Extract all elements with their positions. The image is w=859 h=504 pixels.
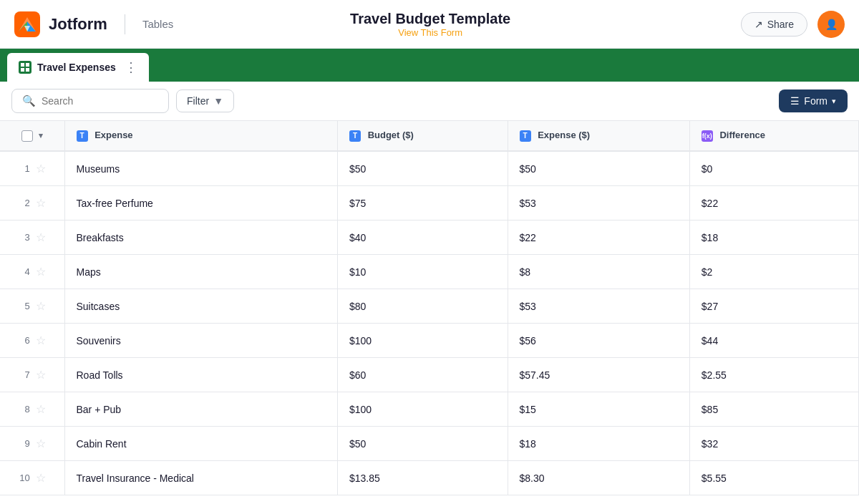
- row-expense-amt-cell: $18: [508, 427, 689, 461]
- row-expense-amt-value: $57.45: [520, 369, 550, 381]
- row-expense-cell: Tax-free Perfume: [64, 186, 338, 220]
- row-number: 6: [19, 335, 30, 346]
- row-star-icon[interactable]: ☆: [36, 196, 46, 210]
- row-budget-cell: $50: [338, 427, 508, 461]
- row-star-icon[interactable]: ☆: [36, 265, 46, 278]
- search-input[interactable]: [42, 95, 158, 107]
- difference-col-type-icon: f(x): [702, 130, 713, 142]
- row-expense-cell: Maps: [64, 255, 338, 289]
- share-label: Share: [767, 19, 794, 30]
- data-table-container: ▾ T Expense T Budget ($) T Expense ($) f…: [0, 121, 859, 495]
- row-star-icon[interactable]: ☆: [36, 437, 46, 450]
- share-button[interactable]: ↗ Share: [741, 12, 807, 37]
- row-number: 4: [19, 266, 30, 277]
- row-budget-cell: $75: [338, 186, 508, 220]
- row-expense-amt-cell: $50: [508, 151, 689, 186]
- row-budget-cell: $100: [338, 324, 508, 358]
- row-budget-cell: $100: [338, 392, 508, 427]
- row-difference-cell: $32: [689, 427, 858, 461]
- row-expense-amt-cell: $53: [508, 186, 689, 220]
- row-expense-cell: Suitcases: [64, 289, 338, 324]
- row-expense-amt-value: $50: [520, 163, 536, 175]
- row-expense-value: Maps: [77, 266, 101, 278]
- row-expense-amt-value: $56: [520, 335, 536, 346]
- row-number: 7: [19, 369, 30, 380]
- row-expense-value: Breakfasts: [77, 232, 124, 243]
- row-expense-value: Travel Insurance - Medical: [77, 472, 194, 484]
- row-meta-cell: 5 ☆: [0, 289, 64, 324]
- row-budget-value: $50: [349, 163, 366, 175]
- row-star-icon[interactable]: ☆: [36, 471, 46, 485]
- svg-rect-8: [21, 68, 24, 72]
- row-star-icon[interactable]: ☆: [36, 231, 46, 244]
- view-form-link[interactable]: View This Form: [398, 27, 462, 38]
- row-expense-value: Tax-free Perfume: [77, 198, 153, 209]
- row-expense-value: Museums: [77, 163, 120, 175]
- row-expense-cell: Breakfasts: [64, 220, 338, 255]
- row-number: 1: [19, 163, 30, 174]
- row-budget-value: $13.85: [349, 472, 380, 484]
- row-budget-value: $60: [349, 369, 366, 381]
- row-budget-value: $40: [349, 232, 366, 243]
- th-difference: f(x) Difference: [689, 121, 858, 151]
- page-title: Travel Budget Template: [350, 11, 510, 27]
- logo-area: Jotform Tables: [14, 11, 173, 37]
- tab-label: Travel Expenses: [37, 62, 116, 73]
- row-expense-amt-cell: $56: [508, 324, 689, 358]
- filter-button[interactable]: Filter ▼: [176, 89, 234, 112]
- row-expense-amt-value: $22: [520, 232, 536, 243]
- row-budget-cell: $60: [338, 358, 508, 392]
- row-star-icon[interactable]: ☆: [36, 402, 46, 416]
- row-star-icon[interactable]: ☆: [36, 334, 46, 347]
- toolbar: 🔍 Filter ▼ ☰ Form ▾: [0, 82, 859, 121]
- row-difference-value: $22: [702, 198, 718, 209]
- row-star-icon[interactable]: ☆: [36, 162, 46, 175]
- row-meta-cell: 3 ☆: [0, 220, 64, 255]
- form-button[interactable]: ☰ Form ▾: [779, 89, 848, 112]
- app-header: Jotform Tables Travel Budget Template Vi…: [0, 0, 859, 49]
- row-difference-cell: $27: [689, 289, 858, 324]
- row-expense-value: Road Tolls: [77, 369, 123, 381]
- row-meta-cell: 7 ☆: [0, 358, 64, 392]
- row-difference-cell: $44: [689, 324, 858, 358]
- select-all-checkbox[interactable]: [21, 130, 33, 142]
- data-table: ▾ T Expense T Budget ($) T Expense ($) f…: [0, 121, 859, 495]
- row-number: 10: [19, 472, 30, 483]
- expense-col-type-icon: T: [77, 130, 88, 142]
- th-expense-label: Expense: [94, 130, 132, 140]
- row-number: 3: [19, 232, 30, 243]
- row-expense-cell: Road Tolls: [64, 358, 338, 392]
- filter-icon: ▼: [213, 95, 223, 107]
- filter-label: Filter: [187, 95, 209, 107]
- row-expense-cell: Travel Insurance - Medical: [64, 461, 338, 495]
- row-meta-cell: 4 ☆: [0, 255, 64, 289]
- search-box[interactable]: 🔍: [11, 89, 169, 113]
- row-number: 2: [19, 198, 30, 208]
- row-star-icon[interactable]: ☆: [36, 368, 46, 382]
- row-expense-amt-value: $53: [520, 198, 536, 209]
- tab-bar: Travel Expenses ⋮: [0, 49, 859, 82]
- tab-options-icon[interactable]: ⋮: [125, 59, 137, 75]
- row-budget-value: $100: [349, 404, 372, 415]
- th-budget: T Budget ($): [338, 121, 508, 151]
- th-difference-label: Difference: [719, 130, 765, 140]
- table-row: 2 ☆ Tax-free Perfume $75 $53 $22: [0, 186, 859, 220]
- tab-travel-expenses[interactable]: Travel Expenses ⋮: [7, 53, 149, 82]
- row-number: 8: [19, 404, 30, 415]
- row-expense-amt-cell: $8: [508, 255, 689, 289]
- row-expense-value: Cabin Rent: [77, 438, 127, 450]
- table-row: 1 ☆ Museums $50 $50 $0: [0, 151, 859, 186]
- row-budget-cell: $10: [338, 255, 508, 289]
- row-star-icon[interactable]: ☆: [36, 299, 46, 313]
- row-difference-value: $2.55: [702, 369, 727, 381]
- row-difference-cell: $0: [689, 151, 858, 186]
- th-budget-label: Budget ($): [368, 130, 414, 140]
- row-budget-cell: $40: [338, 220, 508, 255]
- row-meta-cell: 1 ☆: [0, 151, 64, 186]
- avatar[interactable]: 👤: [817, 11, 845, 38]
- row-expense-value: Suitcases: [77, 301, 120, 312]
- form-doc-icon: ☰: [790, 95, 800, 107]
- row-order-chevron-icon[interactable]: ▾: [39, 131, 43, 140]
- row-difference-value: $2: [702, 266, 713, 278]
- svg-rect-7: [26, 63, 29, 67]
